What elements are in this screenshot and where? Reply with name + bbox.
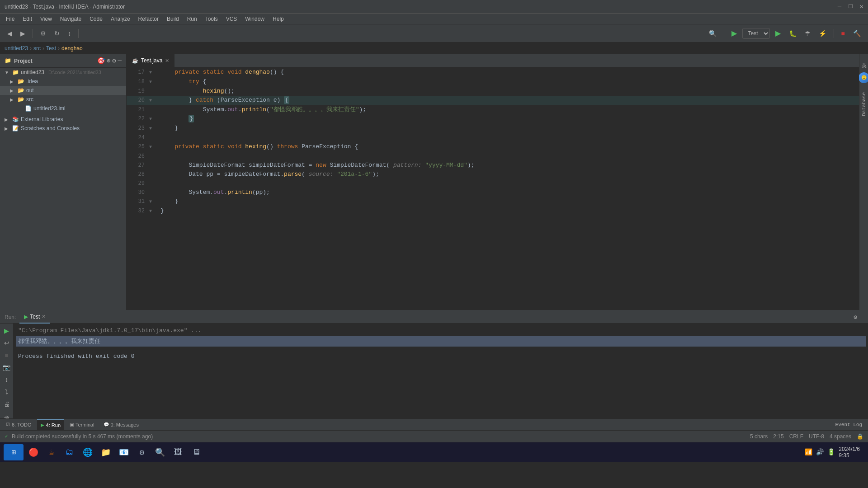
coverage-btn[interactable]: ☂ — [802, 28, 813, 39]
run-tab-test[interactable]: ▶ Test ✕ — [19, 311, 50, 324]
run-btn[interactable]: ▶ — [773, 27, 783, 39]
code-line-23: 23 ▼ } — [127, 124, 859, 133]
tab-close-btn[interactable]: ✕ — [165, 58, 169, 64]
tray-volume[interactable]: 🔊 — [816, 448, 824, 456]
menu-run[interactable]: Run — [184, 15, 201, 23]
stop-btn[interactable]: ■ — [839, 28, 848, 39]
maximize-btn[interactable]: □ — [849, 3, 852, 10]
menu-tools[interactable]: Tools — [202, 15, 222, 23]
back-btn[interactable]: ◀ — [5, 28, 15, 39]
run-rerun-btn[interactable]: ↩ — [3, 338, 11, 348]
breadcrumb-src[interactable]: src — [33, 45, 41, 52]
event-log-label[interactable]: Event Log — [832, 422, 866, 427]
database-label[interactable]: Database — [861, 92, 867, 116]
taskbar-email[interactable]: 📧 — [116, 444, 132, 460]
taskbar-intellij[interactable]: 🔴 — [25, 444, 42, 460]
tree-item-external-libs[interactable]: ▶ 📚 External Libraries — [0, 115, 126, 124]
code-line-24: 24 — [127, 133, 859, 142]
taskbar-terminal[interactable]: 🖥 — [188, 444, 204, 460]
tree-item-scratches[interactable]: ▶ 📝 Scratches and Consoles — [0, 124, 126, 133]
breadcrumb-class[interactable]: Test — [46, 45, 56, 52]
sync-btn[interactable]: ↻ — [52, 28, 62, 39]
tree-item-untitled23[interactable]: ▼ 📁 untitled23 D:\code-2021\untitled23 — [0, 68, 126, 77]
code-line-18: 18 ▼ try { — [127, 77, 859, 87]
menu-vcs[interactable]: VCS — [222, 15, 241, 23]
encoding[interactable]: UTF-8 — [809, 433, 824, 440]
todo-icon: ☑ — [6, 422, 10, 427]
editor-tab-test-java[interactable]: ☕ Test.java ✕ — [127, 54, 175, 67]
close-btn[interactable]: ✕ — [860, 3, 863, 10]
taskbar-chrome[interactable]: 🌐 — [80, 444, 96, 460]
run-camera-btn[interactable]: 📷 — [1, 362, 12, 372]
position-indicator[interactable]: 2:15 — [773, 433, 783, 440]
panel-gear-btn[interactable]: ⚙ — [854, 314, 857, 321]
indent[interactable]: 4 spaces — [830, 433, 851, 440]
settings-btn[interactable]: ⚙ — [38, 28, 49, 39]
sidebar-close-btn[interactable]: — — [118, 57, 122, 65]
tab-messages[interactable]: 💬 0: Messages — [100, 419, 142, 430]
tree-item-out[interactable]: ▶ 📂 out — [0, 86, 126, 95]
window-controls[interactable]: ─ □ ✕ — [838, 3, 863, 10]
code-line-31: 31 ▼ } — [127, 197, 859, 206]
tab-terminal[interactable]: ▣ Terminal — [66, 419, 98, 430]
collapse-btn[interactable]: ↕ — [65, 28, 74, 39]
menu-help[interactable]: Help — [269, 15, 288, 23]
run-output-text: 都怪我邓皓。。。。我来扛责任 — [18, 338, 100, 345]
minimize-btn[interactable]: ─ — [838, 3, 841, 10]
build-project-btn[interactable]: 🔨 — [850, 28, 863, 39]
menu-code[interactable]: Code — [86, 15, 106, 23]
windows-icon: ⊞ — [11, 448, 16, 457]
run-debug-btn[interactable]: ▶ — [729, 27, 740, 39]
run-tab-close[interactable]: ✕ — [42, 314, 46, 319]
panel-minimize-btn[interactable]: — — [860, 314, 863, 320]
menu-edit[interactable]: Edit — [19, 15, 36, 23]
taskbar-win-explorer[interactable]: 🗂 — [61, 444, 78, 460]
locate-btn[interactable]: 🎯 — [97, 57, 105, 65]
lock-icon: 🔒 — [857, 433, 863, 440]
menu-file[interactable]: File — [2, 15, 18, 23]
run-play-btn[interactable]: ▶ — [3, 326, 10, 336]
run-config-dropdown[interactable]: Test — [742, 28, 770, 39]
menu-refactor[interactable]: Refactor — [135, 15, 162, 23]
run-scroll-btn[interactable]: ↕ — [4, 375, 9, 385]
user-avatar[interactable]: 🙂 — [859, 72, 868, 83]
run-clear-btn[interactable]: 🗑 — [2, 413, 11, 418]
tree-item-iml[interactable]: ▶ 📄 untitled23.iml — [0, 104, 126, 113]
profile-btn[interactable]: ⚡ — [816, 28, 829, 39]
tray-network[interactable]: 📶 — [805, 448, 812, 456]
tree-item-idea[interactable]: ▶ 📂 .idea — [0, 77, 126, 86]
taskbar-start[interactable]: ⊞ — [4, 444, 24, 460]
menu-build[interactable]: Build — [163, 15, 183, 23]
sidebar-scroll-btn[interactable]: ⊕ — [107, 57, 110, 65]
taskbar-java[interactable]: ☕ — [43, 444, 60, 460]
taskbar-settings[interactable]: ⚙ — [134, 444, 150, 460]
build-status-icon: ✓ — [5, 434, 8, 439]
iml-icon: 📄 — [24, 105, 32, 112]
folder-icon: 📂 — [17, 78, 24, 84]
sidebar-gear-btn[interactable]: ⚙ — [112, 57, 116, 65]
taskbar-pics[interactable]: 🖼 — [170, 444, 186, 460]
menu-window[interactable]: Window — [241, 15, 268, 23]
forward-btn[interactable]: ▶ — [18, 28, 28, 39]
breadcrumb-project[interactable]: untitled23 — [5, 45, 28, 52]
search-everywhere-btn[interactable]: 🔍 — [706, 28, 719, 39]
code-editor[interactable]: 17 ▼ private static void denghao() { 18 … — [127, 68, 859, 310]
menu-view[interactable]: View — [37, 15, 56, 23]
tray-battery[interactable]: 🔋 — [827, 448, 835, 456]
tree-arrow: ▶ — [10, 79, 15, 84]
menu-analyze[interactable]: Analyze — [107, 15, 134, 23]
breadcrumb-method[interactable]: denghao — [61, 45, 83, 52]
tree-item-src[interactable]: ▶ 📂 src — [0, 95, 126, 104]
run-stop-btn[interactable]: ■ — [3, 350, 9, 360]
project-folder-icon: 📁 — [12, 69, 19, 75]
menu-navigate[interactable]: Navigate — [57, 15, 85, 23]
tab-run[interactable]: ▶ 4: Run — [37, 419, 64, 430]
run-wrap-btn[interactable]: ⤵ — [4, 387, 9, 397]
line-ending[interactable]: CRLF — [789, 433, 803, 440]
tab-todo[interactable]: ☑ 6: TODO — [2, 419, 35, 430]
debug-btn[interactable]: 🐛 — [786, 28, 799, 39]
taskbar-search[interactable]: 🔍 — [152, 444, 168, 460]
project-icon: 📁 — [5, 57, 11, 64]
run-print-btn[interactable]: 🖨 — [2, 399, 11, 409]
taskbar-file[interactable]: 📁 — [98, 444, 114, 460]
